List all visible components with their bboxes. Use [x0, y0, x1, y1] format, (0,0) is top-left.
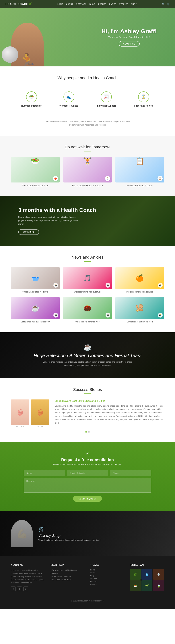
why-card-title-2: Individual Support — [91, 104, 121, 107]
why-description: I am delighted to be able to share with … — [42, 120, 133, 126]
footer-needhelp: NEED HELP USA, California 265 First Aven… — [51, 564, 85, 592]
footer-social: f t g+ — [11, 586, 45, 591]
news-card-1[interactable]: 🎵 📸 Underestimating workout Music — [63, 267, 112, 293]
footer-thumb-3[interactable]: 🍵 — [153, 569, 164, 580]
nav-pages[interactable]: Pages — [109, 3, 116, 5]
social-googleplus[interactable]: g+ — [23, 586, 28, 591]
footer-instagram-title: INSTAGRAM — [130, 564, 164, 566]
footer-link-contact[interactable]: Contact — [90, 584, 125, 586]
visit-shop-cart-icon: 🛒 — [38, 526, 100, 532]
program-label-2: Individual Routine Program — [115, 184, 164, 187]
site-footer: ABOUT ME I understand very well how lack… — [0, 556, 175, 609]
social-facebook[interactable]: f — [11, 586, 16, 591]
footer-needhelp-address: USA, California 265 First Avenue, Califo… — [51, 569, 85, 581]
footer-link-home[interactable]: Home — [90, 569, 125, 571]
news-card-4[interactable]: 🌰 📸 What secrets almonds hide — [63, 297, 112, 323]
coach-banner: 3 months with a Health Coach Start worki… — [0, 196, 175, 246]
shop-banner: ☕ Huge Selection Of Green Coffees and He… — [0, 332, 175, 378]
footer-travel-title: TRAVEL — [90, 564, 125, 566]
news-card-3[interactable]: ☕ 📸 Eating breakfast cuts inches off? — [11, 297, 60, 323]
dot-1[interactable] — [85, 431, 87, 433]
footer-thumb-6[interactable]: 🍃 — [153, 580, 164, 591]
cart-icon[interactable]: 🛒 — [167, 3, 170, 6]
visit-shop-text: 🛒 Visit my Shop You will find many inter… — [38, 526, 100, 541]
search-icon[interactable]: 🔍 — [162, 3, 165, 6]
nav-actions: 🔍 🛒 — [162, 3, 170, 6]
visit-shop-person: 💪 — [11, 520, 33, 547]
dontwait-underline — [84, 151, 91, 152]
news-img-1: 🎵 📸 — [63, 267, 112, 289]
program-img-1: 🏋️ 🏃 — [63, 157, 112, 182]
why-icon-1: 👟 — [63, 92, 74, 102]
news-title: News and Articles — [11, 255, 164, 260]
consult-row-1 — [24, 470, 151, 476]
social-twitter[interactable]: t — [17, 586, 22, 591]
footer-link-services[interactable]: Services — [90, 578, 125, 580]
coach-more-info-button[interactable]: More info — [18, 229, 39, 235]
footer-thumb-1[interactable]: 🌿 — [130, 569, 141, 580]
footer-thumb-4[interactable]: 🥗 — [130, 580, 141, 591]
site-logo: HEALTHCOACH🌿 — [5, 2, 32, 6]
consult-title: Request a free consultation — [14, 458, 161, 462]
nav-events[interactable]: Events — [98, 3, 106, 5]
footer-about: ABOUT ME I understand very well how lack… — [11, 564, 45, 592]
success-content: 👙 BEFORE 👙 AFTER Linda Mayers Lost 80 Po… — [11, 400, 164, 428]
consult-submit-button[interactable]: Send request — [73, 496, 102, 502]
nav-shop[interactable]: Shop — [131, 3, 137, 5]
main-nav: HEALTHCOACH🌿 Home About Services Blog Ev… — [0, 0, 175, 8]
visit-shop-section: 💪 🛒 Visit my Shop You will find many int… — [0, 511, 175, 556]
footer-bottom: © 2015 HealthCoach. All rights reserved. — [11, 597, 164, 602]
program-card-2[interactable]: 📋 📋 Individual Routine Program — [115, 157, 164, 187]
news-icon-5: 📸 — [158, 313, 163, 318]
success-underline — [84, 394, 91, 394]
nav-menu: Home About Services Blog Events Pages St… — [57, 2, 137, 6]
footer-about-text: I understand very well how lack of confi… — [11, 569, 45, 584]
consult-email-input[interactable] — [67, 470, 108, 476]
nav-about[interactable]: About — [66, 3, 73, 5]
nav-home[interactable]: Home — [57, 3, 63, 5]
before-image-block: 👙 BEFORE — [11, 400, 29, 428]
nav-blog[interactable]: Blog — [90, 3, 95, 5]
news-card-0[interactable]: 🥣 📸 8 Most Underrated Workouts — [11, 267, 60, 293]
why-card-dots-3: ... — [129, 108, 159, 110]
nav-services[interactable]: Services — [76, 3, 87, 5]
why-card-2: 📈 Individual Support ... — [89, 88, 123, 114]
news-label-1: Underestimating workout Music — [63, 290, 112, 293]
program-card-1[interactable]: 🏋️ 🏃 Personalized Exercise Program — [63, 157, 112, 187]
footer-travel: TRAVEL Home About Blog Services Portfoli… — [90, 564, 125, 592]
nav-stories[interactable]: Stories — [119, 3, 128, 5]
footer-link-blog[interactable]: Blog — [90, 575, 125, 577]
news-card-2[interactable]: 🍊 📸 Mistakes fighting with cellulitis — [115, 267, 164, 293]
consult-subtitle: Fill in this form and we will make sure … — [14, 463, 161, 466]
visit-shop-heading: Visit my Shop — [38, 534, 100, 538]
news-img-3: ☕ 📸 — [11, 297, 60, 319]
news-card-5[interactable]: 🫚 📸 Ginger is not just simple food — [115, 297, 164, 323]
news-label-2: Mistakes fighting with cellulitis — [115, 290, 164, 293]
success-images: 👙 BEFORE 👙 AFTER — [11, 400, 49, 428]
news-icon-0: 📸 — [53, 283, 58, 288]
news-img-5: 🫚 📸 — [115, 297, 164, 319]
consult-name-input[interactable] — [24, 470, 65, 476]
why-card-1: 👟 Workout Routines ... — [52, 88, 86, 114]
footer-thumb-2[interactable]: 💧 — [142, 569, 152, 580]
news-img-4: 🌰 📸 — [63, 297, 112, 319]
consult-check-icon: ✓ — [14, 451, 161, 456]
footer-thumb-5[interactable]: 🌱 — [142, 580, 152, 591]
hero-heading: Hi, I'm Ashley Graff! — [102, 28, 157, 35]
footer-link-portfolio[interactable]: Portfolio — [90, 580, 125, 582]
success-section: Success Stories 👙 BEFORE 👙 AFTER — [0, 378, 175, 442]
success-story-text: Downloading the MyFitnessPal app and tak… — [55, 404, 164, 425]
program-card-0[interactable]: 🥗 🍎 Personalized Nutrition Plan — [11, 157, 60, 187]
consult-message-input[interactable] — [24, 478, 151, 492]
footer-travel-links: Home About Blog Services Portfolio Conta… — [90, 569, 125, 586]
program-img-0: 🥗 🍎 — [11, 157, 60, 182]
news-icon-2: 📸 — [158, 283, 163, 288]
dot-2[interactable] — [88, 431, 90, 433]
news-img-0: 🥣 📸 — [11, 267, 60, 289]
consult-phone-input[interactable] — [110, 470, 151, 476]
consult-form: Send request — [24, 470, 151, 502]
hero-cta-button[interactable]: About me — [119, 41, 140, 46]
hero-text: Hi, I'm Ashley Graff! Your new Personal … — [102, 28, 157, 46]
news-grid: 🥣 📸 8 Most Underrated Workouts 🎵 📸 Under… — [11, 267, 164, 323]
footer-link-about[interactable]: About — [90, 572, 125, 574]
